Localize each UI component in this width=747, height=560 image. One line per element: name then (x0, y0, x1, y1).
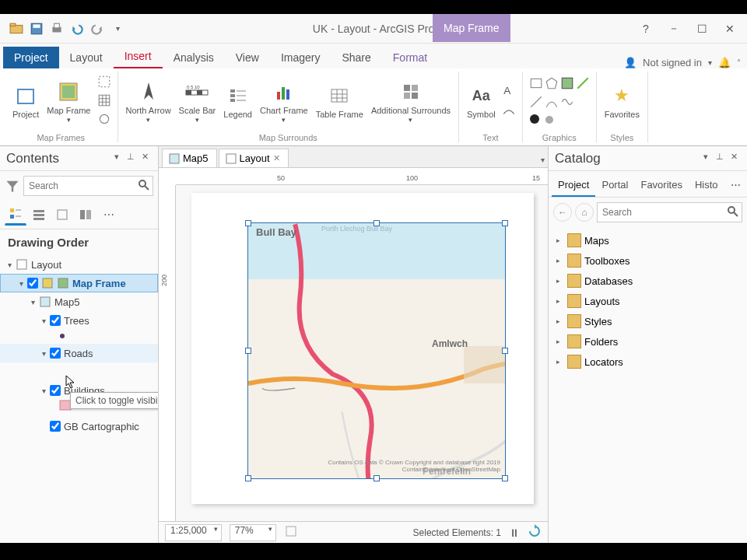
tree-map5[interactable]: ▾ Map5 (0, 292, 158, 311)
roads-checkbox[interactable] (50, 348, 61, 359)
tree-map-frame[interactable]: ▾ Map Frame (0, 274, 158, 292)
catalog-menu-icon[interactable]: ▾ (699, 152, 713, 166)
line-tool-icon[interactable] (576, 76, 590, 93)
doc-tab-map5[interactable]: Map5 (162, 149, 217, 167)
resize-handle[interactable] (502, 220, 508, 226)
catalog-tab-favorites[interactable]: Favorites (634, 174, 688, 197)
reshape-icon[interactable] (97, 75, 111, 92)
catalog-back-icon[interactable]: ← (553, 203, 572, 222)
catalog-home-icon[interactable]: ⌂ (575, 203, 594, 222)
tree-gb-cartographic[interactable]: GB Cartographic (0, 417, 158, 436)
list-by-label-tab[interactable] (75, 204, 96, 226)
trees-checkbox[interactable] (50, 315, 61, 326)
resize-handle[interactable] (374, 220, 380, 226)
catalog-search-input[interactable] (597, 202, 742, 222)
tab-imagery[interactable]: Imagery (270, 47, 331, 68)
doc-tabs-menu-icon[interactable]: ▾ (538, 152, 548, 167)
map-frame-checkbox[interactable] (27, 278, 38, 289)
catalog-tab-portal[interactable]: Portal (595, 174, 634, 197)
tree-trees[interactable]: ▾ Trees (0, 311, 158, 330)
table-frame-button[interactable]: Table Frame (314, 82, 365, 121)
list-by-source-tab[interactable] (28, 204, 50, 226)
signin-dropdown-icon[interactable]: ▾ (708, 58, 712, 67)
pane-close-icon[interactable]: ✕ (138, 152, 152, 166)
resize-handle[interactable] (245, 348, 251, 354)
contents-search-input[interactable] (23, 176, 153, 196)
filter-icon[interactable] (5, 178, 20, 194)
chart-frame-button[interactable]: Chart Frame▾ (258, 78, 310, 126)
tab-view[interactable]: View (225, 47, 270, 68)
undo-icon[interactable] (68, 20, 86, 37)
catalog-databases[interactable]: ▸Databases (552, 271, 744, 291)
resize-handle[interactable] (502, 348, 508, 354)
print-icon[interactable] (48, 20, 65, 37)
gb-checkbox[interactable] (50, 421, 61, 432)
catalog-locators[interactable]: ▸Locators (552, 352, 744, 372)
save-icon[interactable] (28, 20, 45, 37)
tab-analysis[interactable]: Analysis (163, 47, 225, 68)
catalog-toolboxes[interactable]: ▸Toolboxes (552, 250, 744, 271)
freehand-icon[interactable] (560, 95, 574, 112)
tree-roads[interactable]: ▾ Roads (0, 344, 158, 362)
minimize-button[interactable]: － (663, 18, 685, 40)
map-frame-button[interactable]: Map Frame▾ (45, 78, 92, 126)
catalog-folders[interactable]: ▸Folders (552, 331, 744, 352)
text-symbol-button[interactable]: AaSymbol (465, 82, 497, 121)
catalog-tab-project[interactable]: Project (552, 174, 595, 197)
catalog-close-icon[interactable]: ✕ (727, 152, 741, 166)
resize-handle[interactable] (245, 475, 251, 481)
help-icon[interactable]: ? (635, 18, 657, 40)
picture-icon[interactable] (560, 76, 574, 93)
close-button[interactable]: ✕ (719, 18, 741, 40)
grid-icon[interactable] (97, 93, 111, 110)
extent-icon[interactable] (97, 112, 111, 129)
tab-insert[interactable]: Insert (114, 45, 163, 68)
catalog-pin-icon[interactable]: ⊥ (713, 152, 727, 166)
layout-canvas[interactable]: Bull Bay Porth Llechog Bull Bay Amlwch P… (176, 185, 548, 521)
catalog-maps[interactable]: ▸Maps (552, 230, 744, 250)
drawing-order-tab[interactable] (5, 204, 26, 226)
tab-layout[interactable]: Layout (59, 47, 114, 68)
notifications-icon[interactable]: 🔔 (718, 57, 731, 68)
more-views-icon[interactable]: ⋯ (98, 204, 120, 226)
zoom-combo[interactable]: 77% ▾ (230, 524, 276, 541)
catalog-tab-history[interactable]: Histo (689, 174, 724, 197)
favorites-button[interactable]: ★Favorites (603, 82, 641, 121)
pane-menu-icon[interactable]: ▾ (110, 152, 124, 166)
scale-bar-button[interactable]: 0 5 10Scale Bar▾ (177, 78, 218, 126)
resize-handle[interactable] (374, 475, 380, 481)
buildings-checkbox[interactable] (50, 385, 61, 396)
curve-icon[interactable] (545, 95, 559, 112)
signin-text[interactable]: Not signed in (643, 57, 702, 68)
open-project-icon[interactable] (8, 20, 25, 37)
snapping-icon[interactable] (284, 524, 298, 541)
map-frame-element[interactable]: Bull Bay Porth Llechog Bull Bay Amlwch P… (247, 222, 506, 479)
rectangle-icon[interactable] (529, 76, 543, 93)
catalog-styles[interactable]: ▸Styles (552, 311, 744, 331)
redo-icon[interactable] (89, 20, 106, 37)
new-project-button[interactable]: Project (11, 82, 40, 121)
pause-drawing-icon[interactable]: ⏸ (509, 527, 520, 539)
text-curved-icon[interactable] (502, 103, 516, 121)
tree-layout[interactable]: ▾ Layout (0, 255, 158, 274)
point-black-icon[interactable] (529, 114, 540, 128)
scale-combo[interactable]: 1:25,000 ▾ (165, 524, 222, 541)
list-by-selection-tab[interactable] (51, 204, 73, 226)
close-tab-icon[interactable]: ✕ (273, 153, 280, 163)
collapse-ribbon-icon[interactable]: ˄ (737, 58, 741, 67)
tab-format[interactable]: Format (382, 47, 438, 68)
text-straight-icon[interactable]: A (502, 83, 516, 100)
resize-handle[interactable] (245, 220, 251, 226)
qat-dropdown-icon[interactable]: ▾ (109, 20, 126, 37)
catalog-layouts[interactable]: ▸Layouts (552, 291, 744, 311)
line-icon[interactable] (529, 95, 543, 112)
point-gray-icon[interactable] (545, 114, 554, 128)
doc-tab-layout[interactable]: Layout ✕ (219, 149, 289, 167)
additional-surrounds-button[interactable]: Additional Surrounds▾ (370, 78, 452, 126)
maximize-button[interactable]: ☐ (691, 18, 713, 40)
resize-handle[interactable] (502, 475, 508, 481)
catalog-search-icon[interactable] (727, 205, 739, 218)
legend-button[interactable]: Legend (222, 82, 254, 121)
north-arrow-button[interactable]: North Arrow▾ (124, 78, 173, 126)
polygon-icon[interactable] (545, 76, 559, 93)
